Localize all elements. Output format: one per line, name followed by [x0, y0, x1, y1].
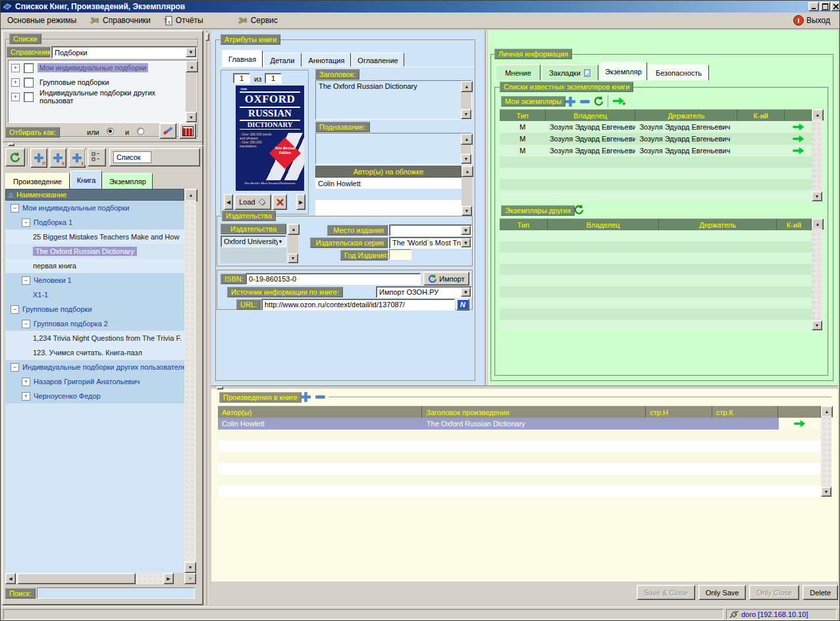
menu-main-modes[interactable]: Основные режимы: [3, 14, 80, 26]
tab-annotation[interactable]: Аннотация: [302, 53, 351, 67]
tree-item[interactable]: +Черноусенко Федор: [5, 389, 184, 403]
menu-service[interactable]: Сервис: [234, 14, 282, 26]
title-textarea[interactable]: The Oxford Russian Dictionary ▲ ▼: [315, 80, 472, 120]
column-header[interactable]: К-ий: [777, 218, 812, 230]
checklist-label[interactable]: Индивидуальные подборки других пользоват: [38, 88, 186, 105]
authors-scrollbar[interactable]: ▲ ▼: [461, 166, 472, 216]
splitter-handle[interactable]: [205, 33, 209, 41]
column-header[interactable]: Автор(ы): [218, 406, 422, 418]
tab-contents[interactable]: Оглавление: [352, 53, 404, 67]
tree-item[interactable]: первая книга: [5, 259, 184, 273]
column-header[interactable]: Тип: [500, 109, 546, 121]
checklist-row[interactable]: +Мои индивидуальные подборки: [9, 61, 186, 75]
tree-item-label[interactable]: Групповые подборки: [22, 305, 92, 313]
collapse-minus-icon[interactable]: −: [11, 305, 19, 314]
tree-item[interactable]: 123. Учимся считать. Книга-пазл: [5, 345, 184, 360]
column-header[interactable]: Владелец: [546, 109, 635, 121]
import-button[interactable]: Импорт: [423, 272, 469, 286]
column-header[interactable]: стр.Н: [646, 406, 712, 418]
tree-h-scrollbar[interactable]: ◀ ▶: [5, 573, 174, 584]
table-row[interactable]: МЗозуля Эдуард ЕвгеньевичЗозуля Эдуард Е…: [500, 121, 812, 133]
tab-copy[interactable]: Экземпляр: [103, 173, 153, 189]
tree-item[interactable]: −Групповая подборка 2: [5, 316, 184, 331]
column-header[interactable]: Держатель: [635, 109, 737, 121]
radio-and[interactable]: [137, 128, 144, 135]
expand-plus-icon[interactable]: +: [11, 93, 20, 101]
checklist-scrollbar[interactable]: ▲ ▼: [186, 61, 197, 122]
scroll-up-icon[interactable]: ▲: [461, 81, 473, 92]
tree-item-label[interactable]: Индивидуальные подборки других пользоват…: [22, 363, 184, 371]
tree-item[interactable]: −Индивидуальные подборки других пользова…: [5, 360, 184, 374]
publishers-list-header[interactable]: Издательства: [221, 224, 286, 234]
cover-load-button[interactable]: Load: [234, 194, 271, 210]
tree-item-label[interactable]: Мои индивидуальные подборки: [22, 204, 129, 212]
tree-column-header[interactable]: △ Наименование: [5, 189, 184, 201]
scroll-up-icon[interactable]: ▲: [461, 134, 473, 145]
minimize-button[interactable]: [808, 2, 819, 11]
checkbox[interactable]: [24, 78, 34, 87]
tree-item[interactable]: The Oxford Russian Dictionary: [5, 244, 184, 259]
scroll-down-icon[interactable]: ▼: [288, 253, 298, 263]
expand-plus-icon[interactable]: +: [22, 392, 30, 401]
goto-arrow-icon[interactable]: [793, 147, 804, 155]
scroll-down-icon[interactable]: ▼: [812, 191, 822, 201]
isbn-input[interactable]: 0-19-860153-0: [246, 273, 421, 285]
checkbox[interactable]: [24, 63, 34, 73]
h-scroll-thumb[interactable]: [17, 573, 136, 584]
column-header[interactable]: Заголовок произведения: [422, 406, 646, 418]
tree-item-label[interactable]: 1,234 Trivia Night Questions from The Tr…: [33, 334, 182, 342]
only-save-button[interactable]: Only Save: [698, 585, 747, 600]
goto-arrow-icon[interactable]: [794, 420, 805, 428]
scroll-down-icon[interactable]: ▼: [461, 206, 472, 216]
tree-item-label[interactable]: 123. Учимся считать. Книга-пазл: [33, 349, 142, 357]
cover-next-button[interactable]: ▶: [296, 194, 305, 210]
remove-work-icon[interactable]: [315, 395, 325, 399]
cover-authors-header[interactable]: Автор(ы) на обложке: [315, 166, 461, 178]
tree-item-label[interactable]: Человеки 1: [34, 276, 72, 284]
goto-arrow-icon[interactable]: [793, 136, 804, 143]
refresh-copies-icon[interactable]: [593, 95, 604, 107]
checklist-row[interactable]: +Групповые подборки: [9, 75, 186, 89]
tree-item-label[interactable]: Черноусенко Федор: [34, 392, 101, 400]
remove-copy-icon[interactable]: [580, 100, 590, 103]
tab-main[interactable]: Главная: [222, 50, 263, 67]
author-row[interactable]: Colin Howlett: [315, 178, 461, 189]
tree-item-label[interactable]: первая книга: [33, 262, 76, 270]
series-dropdown[interactable]: The 'World`s Most Trusted ▼: [389, 237, 472, 249]
collapse-minus-icon[interactable]: −: [11, 204, 19, 212]
scroll-up-icon[interactable]: ▲: [186, 61, 198, 72]
column-header[interactable]: Держатель: [659, 218, 776, 230]
column-header[interactable]: Владелец: [548, 218, 659, 230]
scroll-up-icon[interactable]: ▲: [461, 166, 473, 177]
table-row[interactable]: МЗозуля Эдуард ЕвгеньевичЗозуля Эдуард Е…: [500, 133, 812, 145]
dropdown-arrow-icon[interactable]: ▼: [461, 238, 471, 247]
url-input[interactable]: http://www.ozon.ru/context/detail/id/137…: [261, 299, 455, 310]
list-mode-button[interactable]: Список: [113, 151, 151, 163]
goto-arrow-icon[interactable]: [793, 124, 804, 131]
dropdown-arrow-icon[interactable]: ▼: [461, 287, 471, 297]
exit-button[interactable]: Выход: [789, 14, 834, 27]
tab-opinion[interactable]: Мнение: [496, 64, 540, 80]
cover-delete-button[interactable]: [273, 194, 287, 210]
place-dropdown[interactable]: ▼: [389, 224, 472, 236]
scroll-up-icon[interactable]: ▲: [288, 224, 300, 235]
search-input[interactable]: [37, 587, 195, 599]
expand-plus-icon[interactable]: +: [22, 378, 30, 386]
add-к-button[interactable]: к: [49, 148, 66, 168]
page-total[interactable]: 1: [265, 73, 282, 84]
table-row[interactable]: Colin HowlettThe Oxford Russian Dictiona…: [218, 418, 821, 430]
column-header[interactable]: Тип: [500, 218, 548, 230]
tree-item[interactable]: +Назаров Григорий Анатольевич: [5, 374, 184, 389]
column-header[interactable]: К-ий: [737, 109, 785, 121]
others-copies-scrollbar[interactable]: ▲ ▼: [812, 218, 822, 330]
tree-item-label[interactable]: Подборка 1: [34, 218, 72, 226]
close-button[interactable]: [831, 2, 840, 11]
tree-item[interactable]: −Человеки 1: [5, 273, 184, 287]
tree-item-label[interactable]: 25 Biggest Mistakes Teachers Make and Ho…: [33, 233, 179, 241]
tree-item[interactable]: −Групповые подборки: [5, 302, 184, 316]
vertical-splitter[interactable]: [204, 30, 211, 605]
scroll-down-icon[interactable]: ▼: [461, 154, 471, 164]
tree-item[interactable]: −Подборка 1: [5, 215, 184, 230]
tab-book[interactable]: Книга: [70, 170, 102, 189]
scroll-left-icon[interactable]: ◀: [5, 573, 16, 584]
